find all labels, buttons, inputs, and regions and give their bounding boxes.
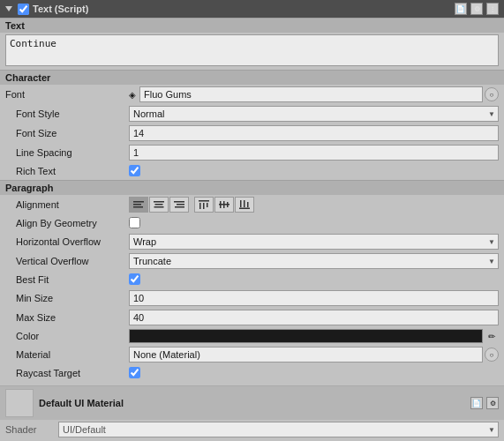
- vertical-overflow-value: Truncate Overflow: [129, 253, 499, 269]
- color-label: Color: [5, 331, 129, 341]
- gear-icon[interactable]: ⚙: [470, 3, 483, 15]
- align-middle-button[interactable]: [214, 197, 234, 213]
- raycast-target-label: Raycast Target: [5, 368, 129, 378]
- line-spacing-input[interactable]: [129, 145, 499, 161]
- max-size-input[interactable]: [129, 310, 499, 325]
- min-size-row: Min Size: [0, 288, 504, 308]
- font-icon: ◈: [129, 90, 136, 100]
- align-bottom-icon: [239, 200, 250, 209]
- svg-rect-5: [154, 206, 164, 208]
- align-by-geometry-checkbox[interactable]: [129, 217, 140, 228]
- align-center-button[interactable]: [149, 197, 169, 213]
- min-size-label: Min Size: [5, 293, 129, 303]
- svg-rect-9: [199, 200, 209, 202]
- svg-rect-8: [175, 206, 184, 208]
- line-spacing-row: Line Spacing: [0, 143, 504, 162]
- svg-rect-6: [174, 201, 184, 203]
- max-size-value: [129, 310, 499, 325]
- align-by-geometry-label: Align By Geometry: [5, 218, 129, 228]
- svg-rect-18: [240, 200, 242, 207]
- rich-text-row: Rich Text: [0, 162, 504, 180]
- svg-rect-7: [177, 204, 184, 206]
- title-bar-icons: 📄 ⚙ ⋮: [455, 3, 499, 15]
- color-row: Color ✏: [0, 327, 504, 345]
- svg-rect-17: [239, 208, 250, 210]
- sub-panel-icons: 📄 ⚙: [470, 397, 499, 409]
- align-by-geometry-row: Align By Geometry: [0, 214, 504, 232]
- svg-rect-20: [247, 202, 249, 207]
- character-section-header: Character: [0, 70, 504, 85]
- font-value: ◈ Fluo Gums ○: [129, 86, 499, 102]
- component-enabled-checkbox[interactable]: [18, 4, 29, 15]
- best-fit-value: [129, 273, 499, 287]
- color-swatch[interactable]: [129, 329, 483, 343]
- horizontal-overflow-select[interactable]: Wrap Overflow: [129, 234, 499, 250]
- svg-rect-15: [223, 201, 225, 208]
- shader-select[interactable]: UI/Default: [58, 422, 499, 437]
- align-top-button[interactable]: [194, 197, 214, 213]
- sub-panel-page-icon[interactable]: 📄: [470, 397, 483, 409]
- align-left-button[interactable]: [129, 197, 148, 213]
- sub-panel-gear-icon[interactable]: ⚙: [486, 397, 499, 409]
- shader-label: Shader: [5, 424, 58, 435]
- svg-rect-3: [154, 201, 164, 203]
- vertical-overflow-select[interactable]: Truncate Overflow: [129, 253, 499, 269]
- font-size-value: [129, 125, 499, 141]
- align-by-geometry-value: [129, 217, 499, 230]
- svg-rect-2: [133, 206, 143, 208]
- color-picker-icon[interactable]: ✏: [485, 329, 499, 343]
- sub-panel-title: Default UI Material: [39, 398, 465, 408]
- align-bottom-button[interactable]: [235, 197, 254, 213]
- vertical-overflow-row: Vertical Overflow Truncate Overflow: [0, 251, 504, 271]
- rich-text-label: Rich Text: [5, 166, 129, 176]
- material-label: Material: [5, 349, 129, 360]
- material-picker-button[interactable]: ○: [485, 348, 499, 362]
- vertical-overflow-label: Vertical Overflow: [5, 256, 129, 266]
- raycast-target-value: [129, 367, 499, 380]
- svg-rect-12: [207, 203, 208, 207]
- rich-text-value: [129, 165, 499, 178]
- text-input[interactable]: Continue: [5, 34, 499, 66]
- color-value: ✏: [129, 329, 499, 343]
- align-right-icon: [174, 200, 184, 209]
- svg-rect-1: [133, 204, 141, 206]
- best-fit-row: Best Fit: [0, 271, 504, 288]
- font-input[interactable]: Fluo Gums: [139, 86, 483, 102]
- best-fit-label: Best Fit: [5, 274, 129, 285]
- font-label: Font: [5, 89, 129, 100]
- best-fit-checkbox[interactable]: [129, 273, 140, 285]
- horizontal-overflow-row: Horizontal Overflow Wrap Overflow: [0, 232, 504, 251]
- align-left-icon: [133, 200, 144, 209]
- shader-value: UI/Default: [58, 422, 499, 437]
- text-section-header: Text: [0, 18, 504, 33]
- align-top-icon: [199, 200, 209, 209]
- alignment-label: Alignment: [5, 199, 129, 210]
- raycast-target-row: Raycast Target: [0, 364, 504, 382]
- material-value: None (Material) ○: [129, 347, 499, 363]
- min-size-input[interactable]: [129, 290, 499, 306]
- svg-rect-4: [155, 204, 163, 206]
- line-spacing-value: [129, 145, 499, 161]
- svg-rect-19: [244, 200, 245, 207]
- raycast-target-checkbox[interactable]: [129, 367, 140, 378]
- shader-row: Shader UI/Default: [0, 420, 504, 439]
- align-middle-icon: [219, 200, 229, 209]
- align-right-button[interactable]: [169, 197, 189, 213]
- sub-panel: Default UI Material 📄 ⚙ Shader UI/Defaul…: [0, 385, 504, 439]
- sub-panel-header: Default UI Material 📄 ⚙: [0, 386, 504, 420]
- font-style-row: Font Style Normal Bold Italic Bold Itali…: [0, 104, 504, 123]
- svg-rect-11: [203, 203, 205, 209]
- font-row: Font ◈ Fluo Gums ○: [0, 85, 504, 104]
- font-style-value: Normal Bold Italic Bold Italic: [129, 106, 499, 122]
- paragraph-section-header: Paragraph: [0, 180, 504, 195]
- rich-text-checkbox[interactable]: [129, 165, 140, 176]
- title-bar: Text (Script) 📄 ⚙ ⋮: [0, 0, 504, 18]
- page-icon[interactable]: 📄: [455, 3, 467, 15]
- font-style-select[interactable]: Normal Bold Italic Bold Italic: [129, 106, 499, 122]
- font-picker-button[interactable]: ○: [485, 87, 499, 101]
- min-size-value: [129, 290, 499, 306]
- dots-icon[interactable]: ⋮: [486, 3, 499, 15]
- svg-rect-14: [220, 201, 222, 208]
- material-input[interactable]: None (Material): [129, 347, 483, 363]
- font-size-input[interactable]: [129, 125, 499, 141]
